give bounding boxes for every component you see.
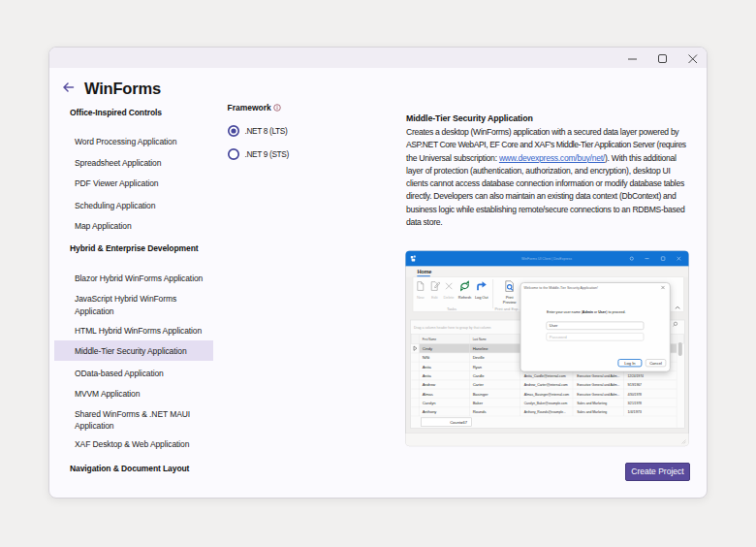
svg-text:Password: Password — [550, 335, 568, 339]
svg-text:Print and Exp...: Print and Exp... — [494, 306, 520, 311]
svg-text:Rounds: Rounds — [473, 409, 487, 414]
svg-text:Baker: Baker — [473, 401, 484, 405]
svg-text:Ryan: Ryan — [473, 365, 483, 370]
svg-text:Executive General and Adm...: Executive General and Adm... — [577, 382, 619, 387]
svg-text:Almas: Almas — [423, 392, 433, 397]
svg-text:First Name: First Name — [423, 337, 437, 341]
svg-text:9/19/1967: 9/19/1967 — [627, 382, 642, 387]
svg-text:Sales and Marketing: Sales and Marketing — [577, 409, 608, 414]
svg-text:Edit: Edit — [431, 295, 438, 300]
svg-text:User: User — [550, 323, 558, 328]
svg-text:Log Out: Log Out — [475, 295, 489, 300]
svg-text:NiNi: NiNi — [423, 355, 430, 360]
svg-text:Tasks: Tasks — [447, 306, 457, 311]
svg-text:Anita_Cardle@internal.com: Anita_Cardle@internal.com — [524, 373, 567, 378]
svg-text:Sales and Marketing: Sales and Marketing — [577, 401, 608, 405]
svg-text:Carolyn: Carolyn — [423, 401, 437, 405]
svg-text:Anita: Anita — [423, 373, 432, 378]
svg-text:Basinger: Basinger — [473, 392, 488, 397]
svg-text:WinForms UI Client | DevExpres: WinForms UI Client | DevExpress — [521, 256, 572, 261]
svg-text:Haneline: Haneline — [473, 346, 489, 351]
svg-text:Anita: Anita — [423, 365, 432, 370]
svg-text:Drag a column header here to g: Drag a column header here to group by th… — [414, 325, 491, 330]
svg-text:New: New — [417, 295, 425, 300]
svg-text:Delete: Delete — [444, 295, 456, 300]
svg-text:Carolyn_Baker@example.com: Carolyn_Baker@example.com — [524, 401, 568, 405]
svg-text:Log In: Log In — [624, 361, 636, 366]
svg-text:Count=67: Count=67 — [450, 420, 468, 425]
svg-text:Welcome to the Middle-Tier Sec: Welcome to the Middle-Tier Security Appl… — [524, 285, 599, 290]
svg-text:Executive General and Adm...: Executive General and Adm... — [577, 373, 619, 378]
svg-text:Preview: Preview — [503, 300, 517, 305]
svg-text:Almas_Basinger@internal.com: Almas_Basinger@internal.com — [524, 392, 570, 397]
svg-text:Home: Home — [418, 269, 432, 274]
svg-text:Enter your user name (Admin or: Enter your user name (Admin or User) to … — [547, 309, 626, 314]
svg-text:Deville: Deville — [473, 355, 486, 360]
svg-text:12/24/1974: 12/24/1974 — [627, 373, 644, 378]
svg-text:Anthony_Rounds@example...: Anthony_Rounds@example... — [524, 409, 566, 414]
svg-text:Last Name: Last Name — [473, 337, 487, 341]
svg-text:Andrew: Andrew — [423, 382, 436, 387]
svg-text:Cancel: Cancel — [649, 361, 662, 366]
svg-text:Cardle: Cardle — [473, 373, 486, 378]
svg-text:Executive General and Adm...: Executive General and Adm... — [577, 392, 619, 397]
svg-text:4/30/1978: 4/30/1978 — [627, 392, 642, 397]
svg-text:Anthony: Anthony — [423, 409, 438, 414]
svg-text:Cindy: Cindy — [423, 346, 433, 351]
svg-text:Refresh: Refresh — [458, 295, 471, 300]
svg-text:3/21/1978: 3/21/1978 — [627, 401, 642, 405]
svg-text:Carter: Carter — [473, 382, 485, 387]
svg-text:1/4/1973: 1/4/1973 — [627, 409, 642, 414]
svg-text:Andrew_Carter@internal.com: Andrew_Carter@internal.com — [524, 382, 569, 387]
